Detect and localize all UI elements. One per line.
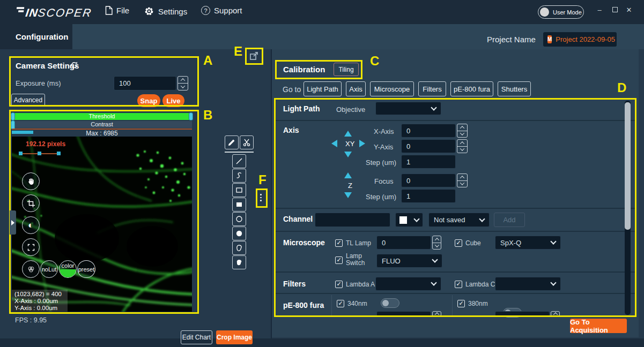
340nm-toggle[interactable]	[381, 298, 399, 308]
line-roi-button[interactable]	[232, 154, 246, 168]
goto-light-path-button[interactable]: Light Path	[304, 81, 342, 96]
xy-left-arrow[interactable]	[331, 140, 337, 147]
380nm-stepper-clipped[interactable]	[551, 311, 560, 316]
x-axis-input[interactable]: 0	[401, 124, 456, 138]
edit-chart-button[interactable]: Edit Chart	[181, 330, 212, 344]
fullscreen-button[interactable]	[22, 238, 40, 256]
polygon-roi-button[interactable]	[232, 241, 246, 255]
filled-rectangle-roi-button[interactable]	[232, 198, 246, 212]
ellipse-roi-button[interactable]	[232, 212, 246, 226]
objective-dropdown[interactable]	[375, 102, 441, 115]
tl-step-up[interactable]	[433, 236, 441, 243]
menu-settings[interactable]: Settings	[144, 6, 187, 17]
cut-tool-button[interactable]	[240, 135, 254, 149]
menu-support[interactable]: ? Support	[201, 6, 242, 15]
goto-microscope-button[interactable]: Microscope	[370, 81, 414, 96]
380nm-intensity-input-clipped[interactable]	[495, 311, 550, 316]
advanced-button[interactable]: Advanced	[11, 94, 45, 107]
tiling-button[interactable]: Tiling	[334, 63, 359, 76]
minimize-button[interactable]: –	[595, 4, 604, 15]
filled-polygon-roi-button[interactable]	[232, 255, 246, 269]
tl-lamp-stepper[interactable]	[432, 236, 441, 250]
panel-collapse-handle[interactable]	[10, 210, 16, 235]
tl-lamp-input[interactable]: 0	[376, 236, 431, 250]
drag-handle[interactable]	[260, 194, 262, 201]
goto-filters-button[interactable]: Filters	[418, 81, 446, 96]
crop-tool-button[interactable]	[22, 194, 40, 212]
y-step-down[interactable]	[457, 147, 467, 153]
image-viewport[interactable]: 192.12 pixels ◐	[12, 137, 192, 312]
xy-right-arrow[interactable]	[359, 140, 365, 147]
draw-tool-button[interactable]	[225, 135, 239, 149]
threshold-slider[interactable]: Threshold	[12, 113, 192, 120]
filled-ellipse-roi-button[interactable]	[232, 227, 246, 240]
lambda-a-dropdown[interactable]	[375, 277, 441, 291]
contrast-tool-button[interactable]: ◐	[22, 216, 40, 234]
snap-button[interactable]: Snap	[137, 94, 160, 107]
exposure-stepper[interactable]	[177, 76, 188, 90]
contrast-slider[interactable]: Contrast	[12, 121, 192, 128]
threshold-handle-left[interactable]	[11, 112, 15, 120]
popout-button[interactable]	[249, 51, 259, 63]
lambda-a-checkbox[interactable]: ✓	[335, 281, 343, 288]
lambda-c-checkbox[interactable]: ✓	[455, 281, 462, 288]
close-button[interactable]: ✕	[625, 4, 633, 15]
channel-color-dropdown[interactable]	[395, 213, 423, 227]
focus-step-down[interactable]	[457, 181, 467, 187]
scrollbar-thumb[interactable]	[625, 102, 631, 230]
goto-shutters-button[interactable]: Shutters	[498, 81, 531, 96]
exposure-step-up[interactable]	[178, 77, 188, 84]
z-step-input[interactable]: 1	[401, 189, 456, 203]
live-button[interactable]: Live	[162, 94, 184, 107]
measurement-handle-right[interactable]	[57, 152, 61, 155]
refresh-button[interactable]	[70, 61, 78, 71]
z-up-arrow[interactable]	[344, 172, 352, 178]
x-step-up[interactable]	[457, 124, 467, 131]
go-to-acquisition-button[interactable]: Go To Acquisition	[570, 319, 627, 333]
tl-lamp-checkbox[interactable]: ✓	[335, 239, 343, 247]
channel-add-button[interactable]: Add	[494, 213, 525, 227]
preset-lut-button[interactable]: preset	[77, 260, 95, 278]
x-axis-stepper[interactable]	[457, 124, 468, 138]
project-name-field[interactable]: M Project 2022-09-05	[543, 32, 617, 47]
z-down-arrow[interactable]	[344, 192, 352, 198]
freehand-roi-button[interactable]	[232, 169, 246, 183]
goto-pe800-button[interactable]: pE-800 fura	[450, 81, 493, 96]
rectangle-roi-button[interactable]	[232, 183, 246, 197]
goto-axis-button[interactable]: Axis	[346, 81, 366, 96]
channel-save-dropdown[interactable]: Not saved	[428, 213, 490, 227]
y-axis-input[interactable]: 0	[401, 139, 456, 153]
exposure-step-down[interactable]	[178, 84, 188, 90]
focus-step-up[interactable]	[457, 174, 467, 181]
lambda-c-dropdown[interactable]	[495, 277, 561, 291]
pan-tool-button[interactable]	[22, 172, 40, 190]
340nm-checkbox[interactable]: ✓	[337, 300, 344, 307]
focus-stepper[interactable]	[457, 174, 468, 187]
measurement-handle-mid[interactable]	[38, 152, 41, 155]
xy-step-input[interactable]: 1	[401, 155, 456, 169]
measurement-handle-left[interactable]	[19, 152, 23, 155]
lamp-switch-checkbox[interactable]: ✓	[335, 257, 343, 264]
focus-input[interactable]: 0	[401, 174, 456, 187]
tl-step-down[interactable]	[433, 243, 441, 250]
rgb-lut-button[interactable]	[22, 260, 40, 278]
y-axis-stepper[interactable]	[457, 139, 468, 153]
user-mode-toggle[interactable]: User Mode	[538, 5, 584, 19]
menu-file[interactable]: File	[105, 6, 129, 15]
xy-up-arrow[interactable]	[344, 131, 352, 137]
threshold-handle-right[interactable]	[189, 112, 193, 120]
exposure-input[interactable]: 100	[114, 76, 176, 90]
crop-image-button[interactable]: Crop Image	[216, 330, 253, 344]
380nm-checkbox[interactable]: ✓	[457, 300, 465, 307]
color-lut-button[interactable]: color	[59, 260, 77, 278]
cube-checkbox[interactable]: ✓	[455, 239, 462, 247]
xy-down-arrow[interactable]	[344, 152, 352, 157]
nolut-button[interactable]: noLut	[40, 260, 58, 278]
maximize-button[interactable]	[611, 4, 619, 15]
lamp-switch-dropdown[interactable]: FLUO	[376, 254, 442, 268]
cube-dropdown[interactable]: SpX-Q	[495, 236, 561, 250]
channel-name-input[interactable]	[315, 213, 390, 227]
340nm-intensity-input-clipped[interactable]	[376, 311, 431, 316]
configuration-tab[interactable]: Configuration	[0, 24, 72, 49]
y-step-up[interactable]	[457, 140, 467, 147]
